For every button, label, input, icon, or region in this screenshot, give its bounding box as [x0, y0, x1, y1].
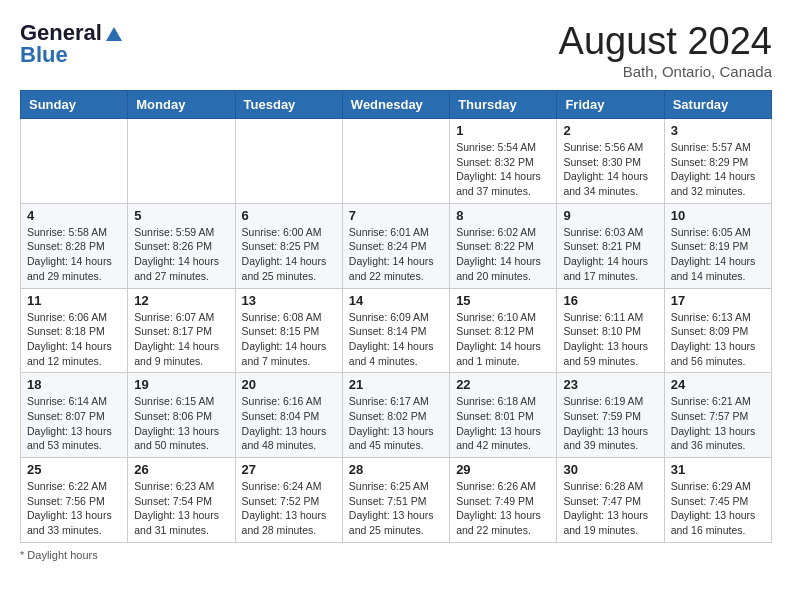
- calendar-cell: 19Sunrise: 6:15 AM Sunset: 8:06 PM Dayli…: [128, 373, 235, 458]
- day-info: Sunrise: 6:09 AM Sunset: 8:14 PM Dayligh…: [349, 310, 443, 369]
- calendar-cell: 28Sunrise: 6:25 AM Sunset: 7:51 PM Dayli…: [342, 458, 449, 543]
- day-info: Sunrise: 5:57 AM Sunset: 8:29 PM Dayligh…: [671, 140, 765, 199]
- day-info: Sunrise: 6:16 AM Sunset: 8:04 PM Dayligh…: [242, 394, 336, 453]
- calendar-cell: 7Sunrise: 6:01 AM Sunset: 8:24 PM Daylig…: [342, 203, 449, 288]
- day-info: Sunrise: 6:00 AM Sunset: 8:25 PM Dayligh…: [242, 225, 336, 284]
- calendar-week-1: 1Sunrise: 5:54 AM Sunset: 8:32 PM Daylig…: [21, 119, 772, 204]
- day-info: Sunrise: 6:07 AM Sunset: 8:17 PM Dayligh…: [134, 310, 228, 369]
- calendar-cell: 25Sunrise: 6:22 AM Sunset: 7:56 PM Dayli…: [21, 458, 128, 543]
- calendar-cell: 12Sunrise: 6:07 AM Sunset: 8:17 PM Dayli…: [128, 288, 235, 373]
- day-info: Sunrise: 6:22 AM Sunset: 7:56 PM Dayligh…: [27, 479, 121, 538]
- day-info: Sunrise: 6:17 AM Sunset: 8:02 PM Dayligh…: [349, 394, 443, 453]
- day-number: 3: [671, 123, 765, 138]
- day-number: 18: [27, 377, 121, 392]
- day-info: Sunrise: 6:14 AM Sunset: 8:07 PM Dayligh…: [27, 394, 121, 453]
- calendar-cell: 9Sunrise: 6:03 AM Sunset: 8:21 PM Daylig…: [557, 203, 664, 288]
- daylight-label: Daylight hours: [27, 549, 97, 561]
- calendar-cell: 30Sunrise: 6:28 AM Sunset: 7:47 PM Dayli…: [557, 458, 664, 543]
- day-number: 14: [349, 293, 443, 308]
- calendar-cell: 11Sunrise: 6:06 AM Sunset: 8:18 PM Dayli…: [21, 288, 128, 373]
- day-number: 8: [456, 208, 550, 223]
- calendar-table: SundayMondayTuesdayWednesdayThursdayFrid…: [20, 90, 772, 543]
- calendar-cell: 22Sunrise: 6:18 AM Sunset: 8:01 PM Dayli…: [450, 373, 557, 458]
- day-number: 25: [27, 462, 121, 477]
- calendar-week-2: 4Sunrise: 5:58 AM Sunset: 8:28 PM Daylig…: [21, 203, 772, 288]
- logo: General Blue: [20, 20, 124, 68]
- calendar-cell: 27Sunrise: 6:24 AM Sunset: 7:52 PM Dayli…: [235, 458, 342, 543]
- day-number: 7: [349, 208, 443, 223]
- day-info: Sunrise: 6:15 AM Sunset: 8:06 PM Dayligh…: [134, 394, 228, 453]
- day-info: Sunrise: 5:58 AM Sunset: 8:28 PM Dayligh…: [27, 225, 121, 284]
- day-info: Sunrise: 6:02 AM Sunset: 8:22 PM Dayligh…: [456, 225, 550, 284]
- calendar-cell: 1Sunrise: 5:54 AM Sunset: 8:32 PM Daylig…: [450, 119, 557, 204]
- calendar-cell: [21, 119, 128, 204]
- calendar-week-5: 25Sunrise: 6:22 AM Sunset: 7:56 PM Dayli…: [21, 458, 772, 543]
- calendar-cell: 5Sunrise: 5:59 AM Sunset: 8:26 PM Daylig…: [128, 203, 235, 288]
- day-info: Sunrise: 6:01 AM Sunset: 8:24 PM Dayligh…: [349, 225, 443, 284]
- day-number: 12: [134, 293, 228, 308]
- day-info: Sunrise: 6:19 AM Sunset: 7:59 PM Dayligh…: [563, 394, 657, 453]
- day-number: 16: [563, 293, 657, 308]
- calendar-header-row: SundayMondayTuesdayWednesdayThursdayFrid…: [21, 91, 772, 119]
- title-section: August 2024 Bath, Ontario, Canada: [559, 20, 772, 80]
- day-info: Sunrise: 5:56 AM Sunset: 8:30 PM Dayligh…: [563, 140, 657, 199]
- day-number: 11: [27, 293, 121, 308]
- calendar-cell: 2Sunrise: 5:56 AM Sunset: 8:30 PM Daylig…: [557, 119, 664, 204]
- calendar-cell: [235, 119, 342, 204]
- weekday-header-tuesday: Tuesday: [235, 91, 342, 119]
- calendar-cell: 10Sunrise: 6:05 AM Sunset: 8:19 PM Dayli…: [664, 203, 771, 288]
- day-number: 23: [563, 377, 657, 392]
- day-info: Sunrise: 6:28 AM Sunset: 7:47 PM Dayligh…: [563, 479, 657, 538]
- day-info: Sunrise: 6:18 AM Sunset: 8:01 PM Dayligh…: [456, 394, 550, 453]
- day-info: Sunrise: 6:25 AM Sunset: 7:51 PM Dayligh…: [349, 479, 443, 538]
- logo-icon: [104, 23, 124, 43]
- day-number: 19: [134, 377, 228, 392]
- day-info: Sunrise: 6:08 AM Sunset: 8:15 PM Dayligh…: [242, 310, 336, 369]
- calendar-week-3: 11Sunrise: 6:06 AM Sunset: 8:18 PM Dayli…: [21, 288, 772, 373]
- day-number: 22: [456, 377, 550, 392]
- day-number: 9: [563, 208, 657, 223]
- calendar-cell: 18Sunrise: 6:14 AM Sunset: 8:07 PM Dayli…: [21, 373, 128, 458]
- day-info: Sunrise: 6:24 AM Sunset: 7:52 PM Dayligh…: [242, 479, 336, 538]
- day-number: 10: [671, 208, 765, 223]
- day-number: 21: [349, 377, 443, 392]
- weekday-header-wednesday: Wednesday: [342, 91, 449, 119]
- calendar-cell: 26Sunrise: 6:23 AM Sunset: 7:54 PM Dayli…: [128, 458, 235, 543]
- day-number: 31: [671, 462, 765, 477]
- calendar-cell: 8Sunrise: 6:02 AM Sunset: 8:22 PM Daylig…: [450, 203, 557, 288]
- calendar-cell: 14Sunrise: 6:09 AM Sunset: 8:14 PM Dayli…: [342, 288, 449, 373]
- weekday-header-monday: Monday: [128, 91, 235, 119]
- day-number: 30: [563, 462, 657, 477]
- day-info: Sunrise: 6:10 AM Sunset: 8:12 PM Dayligh…: [456, 310, 550, 369]
- location: Bath, Ontario, Canada: [559, 63, 772, 80]
- calendar-cell: 24Sunrise: 6:21 AM Sunset: 7:57 PM Dayli…: [664, 373, 771, 458]
- logo-text-blue: Blue: [20, 42, 68, 68]
- day-number: 17: [671, 293, 765, 308]
- day-number: 2: [563, 123, 657, 138]
- calendar-cell: 16Sunrise: 6:11 AM Sunset: 8:10 PM Dayli…: [557, 288, 664, 373]
- calendar-cell: 13Sunrise: 6:08 AM Sunset: 8:15 PM Dayli…: [235, 288, 342, 373]
- calendar-cell: 15Sunrise: 6:10 AM Sunset: 8:12 PM Dayli…: [450, 288, 557, 373]
- day-number: 27: [242, 462, 336, 477]
- month-title: August 2024: [559, 20, 772, 63]
- calendar-cell: [128, 119, 235, 204]
- day-number: 1: [456, 123, 550, 138]
- calendar-cell: 6Sunrise: 6:00 AM Sunset: 8:25 PM Daylig…: [235, 203, 342, 288]
- calendar-week-4: 18Sunrise: 6:14 AM Sunset: 8:07 PM Dayli…: [21, 373, 772, 458]
- day-number: 5: [134, 208, 228, 223]
- day-info: Sunrise: 6:29 AM Sunset: 7:45 PM Dayligh…: [671, 479, 765, 538]
- day-number: 28: [349, 462, 443, 477]
- svg-marker-0: [106, 27, 122, 41]
- calendar-cell: 23Sunrise: 6:19 AM Sunset: 7:59 PM Dayli…: [557, 373, 664, 458]
- day-number: 15: [456, 293, 550, 308]
- weekday-header-friday: Friday: [557, 91, 664, 119]
- day-number: 6: [242, 208, 336, 223]
- calendar-cell: [342, 119, 449, 204]
- calendar-cell: 21Sunrise: 6:17 AM Sunset: 8:02 PM Dayli…: [342, 373, 449, 458]
- day-info: Sunrise: 6:05 AM Sunset: 8:19 PM Dayligh…: [671, 225, 765, 284]
- footer: * Daylight hours: [20, 549, 772, 561]
- day-info: Sunrise: 5:59 AM Sunset: 8:26 PM Dayligh…: [134, 225, 228, 284]
- day-info: Sunrise: 6:06 AM Sunset: 8:18 PM Dayligh…: [27, 310, 121, 369]
- day-number: 29: [456, 462, 550, 477]
- day-info: Sunrise: 6:11 AM Sunset: 8:10 PM Dayligh…: [563, 310, 657, 369]
